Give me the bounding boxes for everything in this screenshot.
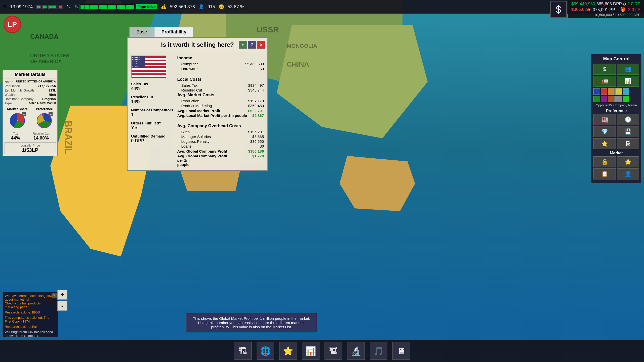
bottom-btn-star[interactable]: ⭐	[279, 342, 297, 360]
avg-local-profit-label: Avg. Local Market Profit	[177, 109, 220, 113]
money-total: $69,440,930	[571, 2, 595, 7]
swatch-cyan[interactable]	[623, 88, 629, 95]
map-control-panel: Map Control $ 👥 🚛 📊 Opponent's Company N…	[591, 54, 641, 183]
map-btn-people[interactable]: 👥	[617, 64, 639, 75]
seg6	[103, 5, 107, 9]
swatch-light-green[interactable]	[623, 96, 629, 102]
preference-chart: Preference ⊞	[35, 107, 53, 130]
map-btn-chart[interactable]: 📊	[617, 76, 639, 87]
dialog-help-button[interactable]: ?	[248, 41, 256, 49]
swatch-orange[interactable]	[608, 88, 615, 95]
logistics-label: Logistics Penalty	[177, 139, 210, 144]
gear-icon[interactable]: ⚙	[623, 2, 626, 7]
preference-buttons: 🏭 🕐 💎 💾 ⭐ 🗄	[593, 114, 639, 149]
stat-row-2: $305,639 6,375,001 PP 🎁 -2.0 LP	[571, 7, 640, 12]
bottom-btn-stats[interactable]: 📊	[302, 342, 319, 360]
reseller-cut-cost-value: $345,744	[248, 88, 264, 92]
swatch-blue[interactable]	[593, 88, 600, 95]
tab-profitability[interactable]: Profitability	[154, 27, 194, 37]
computer-row: Computer $2,469,600	[177, 62, 264, 66]
news-dismiss-button[interactable]: ✕	[52, 293, 57, 298]
market-btn-lock[interactable]: 🔒	[593, 156, 616, 167]
tab-base[interactable]: Base	[129, 27, 154, 37]
bottom-btn-crane[interactable]: 🏗	[325, 342, 342, 360]
map-btn-dollar[interactable]: $	[593, 64, 616, 75]
pp-value: 6,375,001 PP	[589, 7, 615, 12]
dialog-plus-button[interactable]: +	[239, 41, 247, 49]
orders-value: Yes	[131, 125, 173, 130]
seg3	[90, 5, 94, 9]
usa-flag: ★★★★★★★★★★★★★★★★★★★★★★★★★★★★★★★★★★★★	[131, 56, 166, 78]
demand-item: Unfulfilled Demand 0 DPP	[131, 134, 173, 144]
market-share-grid-icon[interactable]: ⊞	[22, 112, 26, 116]
bottom-btn-build[interactable]: 🏗	[234, 342, 252, 360]
seg7	[108, 5, 112, 9]
swatch-yellow[interactable]	[615, 88, 622, 95]
competitors-value: 1	[131, 112, 173, 117]
health-bars	[36, 5, 63, 9]
dialog-title-bar: Is it worth it selling here? + ? ✕	[128, 38, 267, 52]
zoom-controls: + -	[57, 290, 67, 312]
sites-label: Sites	[177, 130, 190, 134]
bottom-btn-music[interactable]: 🎵	[370, 342, 387, 360]
dialog-title: Is it worth it selling here?	[161, 41, 234, 48]
bottom-btn-research[interactable]: 🔬	[347, 342, 365, 360]
bottom-btn-computer[interactable]: 🖥	[392, 342, 410, 360]
pref-btn-diamond[interactable]: 💎	[593, 126, 616, 137]
dialog-close-button[interactable]: ✕	[257, 41, 265, 49]
map-btn-truck[interactable]: 🚛	[593, 76, 616, 87]
top-bar: ⚙ 13.09.1974 ⛏ ↻	[0, 0, 644, 14]
health-bar-4	[58, 5, 63, 9]
top-right-stats-box: $69,440,930 865,603 DPP ⚙ 2.0 RP $305,63…	[568, 0, 644, 18]
market-share-pie[interactable]: ⊞	[9, 112, 26, 130]
seg8	[112, 5, 116, 9]
news-panel: ✕ We have learned something new about ma…	[3, 292, 58, 337]
pref-btn-factory[interactable]: 🏭	[593, 114, 616, 125]
avg-local-profit-row: Avg. Local Market Profit $622,701	[177, 109, 264, 113]
money-display: 592,569,376	[170, 4, 195, 10]
market-section-title: Market	[593, 151, 639, 155]
market-share-label: Market Share	[7, 107, 28, 111]
pref-btn-server[interactable]: 🗄	[617, 138, 639, 149]
news-item-5: Will Bright from IBN has released a new …	[5, 330, 56, 337]
tape-drive-bar: ↻ Tape Drive	[75, 4, 157, 10]
dialog-right-panel: Income Computer $2,469,600 Hardware $0 -…	[177, 56, 264, 167]
production-label: Production	[177, 99, 199, 103]
global-per-1m-row: Avg. Global Company Profit per 1m people…	[177, 154, 264, 167]
hardware-value: $0	[260, 67, 264, 71]
market-btn-list[interactable]: 📋	[593, 168, 616, 179]
settings-icon[interactable]: ⚙	[2, 4, 7, 10]
population-row: Population 217,177,656	[5, 84, 56, 88]
lp-button[interactable]: LP	[4, 16, 21, 33]
global-profit-row: Avg. Global Company Profit $386,186	[177, 149, 264, 153]
logistic-label: Logistic Price	[6, 144, 55, 147]
pref-btn-chip[interactable]: 💾	[617, 126, 639, 137]
swatch-green[interactable]	[593, 96, 600, 102]
swatch-brown[interactable]	[608, 96, 615, 102]
bottom-btn-map[interactable]: 🌐	[257, 342, 274, 360]
name-value: UNITED STATES OF AMERICA	[16, 80, 56, 84]
market-share-chart: Market Share ⊞	[7, 107, 28, 130]
manager-value: $3,665	[252, 134, 264, 139]
swatch-purple[interactable]	[601, 96, 607, 102]
market-stats-row: Tax 44% Reseller Cut 14.00%	[5, 132, 56, 141]
pref-btn-history[interactable]: 🕐	[617, 114, 639, 125]
reseller-cut-value: 14%	[131, 99, 173, 104]
manager-label: Manager Salaries	[177, 134, 211, 139]
zoom-out-button[interactable]: -	[57, 301, 67, 311]
sales-tax-value: 44%	[131, 86, 173, 91]
preference-pie[interactable]: ⊞	[35, 112, 53, 130]
map-control-title: Map Control	[593, 56, 639, 62]
pref-btn-star[interactable]: ⭐	[593, 138, 616, 149]
reseller-cut-item: Reseller Cut 14%	[131, 95, 173, 104]
charts-row: Market Share ⊞ Preference	[5, 107, 56, 130]
swatch-red[interactable]	[601, 88, 607, 95]
preference-grid-icon[interactable]: ⊞	[49, 112, 53, 116]
overhead-header: Avg. Company Overhead Costs	[177, 123, 264, 128]
market-btn-person[interactable]: 👤	[617, 168, 639, 179]
zoom-in-button[interactable]: +	[57, 290, 67, 300]
sales-tax-cost-label: Sales Tax	[177, 83, 198, 87]
market-btn-star2[interactable]: ⭐	[617, 156, 639, 167]
seg11	[126, 5, 130, 9]
swatch-gray[interactable]	[615, 96, 622, 102]
